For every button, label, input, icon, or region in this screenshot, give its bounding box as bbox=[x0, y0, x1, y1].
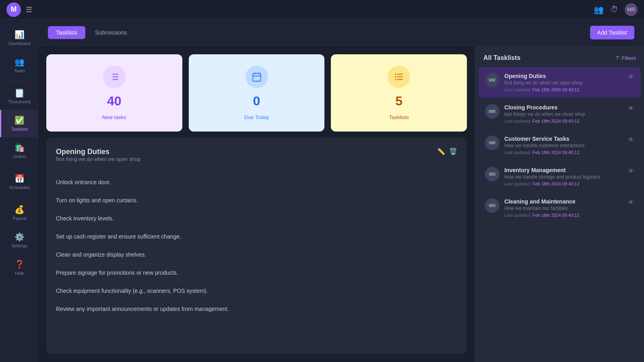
left-panel: 40 New tasks 0 Due Today bbox=[38, 46, 475, 362]
task-item: Review any important announcements or up… bbox=[56, 300, 457, 318]
task-item: Check equipment functionality (e.g., sca… bbox=[56, 282, 457, 300]
help-icon: ❓ bbox=[14, 259, 25, 269]
task-actions: ✏️ 🗑️ bbox=[437, 148, 457, 155]
stats-row: 40 New tasks 0 Due Today bbox=[46, 54, 467, 132]
main-content: Tasklists Submissions Add Tasklist 40 bbox=[38, 19, 644, 362]
tasklist-item-opening-duties[interactable]: MR Opening Duties first thing we do when… bbox=[479, 67, 641, 98]
tl-eye-icon-cleaning-maintenance[interactable]: 👁 bbox=[628, 199, 634, 206]
due-today-label: Due Today bbox=[244, 114, 269, 120]
sidebar-label-payroll: Payroll bbox=[13, 216, 27, 221]
tasklists-stat-label: Tasklists bbox=[389, 114, 409, 120]
task-detail-card: Opening Duties first thing we do when we… bbox=[46, 138, 467, 354]
due-today-number: 0 bbox=[253, 94, 260, 109]
sidebar-item-settings[interactable]: ⚙️ Settings bbox=[0, 226, 38, 254]
sidebar: 📊 Dashboard 👥 Team 🗒️ Timesheets ✅ Taskl… bbox=[0, 0, 38, 362]
tl-name-inventory-management: Inventory Management bbox=[504, 167, 623, 173]
sidebar-item-orders[interactable]: 🛍️ Orders bbox=[0, 137, 38, 165]
filters-label: Filters bbox=[622, 55, 636, 61]
tl-updated-customer-service: Last updated: Feb 18th 2024 09:40:12 bbox=[504, 150, 623, 155]
sidebar-item-schedules[interactable]: 📅 Schedules bbox=[0, 168, 38, 195]
tasklist-item-closing-procedures[interactable]: MR Closing Procedures last things we do … bbox=[479, 99, 641, 129]
sidebar-divider-2 bbox=[8, 166, 30, 167]
tl-eye-icon-closing-procedures[interactable]: 👁 bbox=[628, 105, 634, 112]
sidebar-item-team[interactable]: 👥 Team bbox=[0, 51, 38, 79]
stat-card-tasklists: 5 Tasklists bbox=[331, 54, 467, 132]
tasklists-icon: ✅ bbox=[14, 115, 25, 125]
user-avatar[interactable]: MR bbox=[625, 3, 638, 16]
tasklist-item-cleaning-maintenance[interactable]: MR Cleaning and Maintenance How we maint… bbox=[479, 193, 641, 223]
new-tasks-icon-circle bbox=[103, 66, 126, 88]
delete-task-button[interactable]: 🗑️ bbox=[449, 148, 457, 155]
add-tasklist-button[interactable]: Add Tasklist bbox=[590, 26, 634, 39]
stat-card-new-tasks: 40 New tasks bbox=[46, 54, 182, 132]
tl-name-cleaning-maintenance: Cleaning and Maintenance bbox=[504, 198, 623, 205]
tl-eye-icon-customer-service[interactable]: 👁 bbox=[628, 136, 634, 144]
tab-submissions[interactable]: Submissions bbox=[87, 26, 135, 39]
task-item: Check inventory levels. bbox=[56, 210, 457, 228]
sidebar-label-schedules: Schedules bbox=[9, 185, 30, 190]
sidebar-divider-1 bbox=[8, 80, 30, 81]
tl-info-cleaning-maintenance: Cleaning and Maintenance How we maintain… bbox=[504, 198, 623, 218]
sidebar-label-orders: Orders bbox=[13, 154, 27, 159]
tl-avatar-customer-service: MR bbox=[485, 136, 500, 150]
stat-card-due-today: 0 Due Today bbox=[189, 54, 325, 132]
content-header: Tasklists Submissions Add Tasklist bbox=[38, 19, 644, 46]
hamburger-menu[interactable]: ☰ bbox=[26, 5, 32, 14]
task-item: Turn on lights and open curtains. bbox=[56, 191, 457, 210]
app-logo[interactable]: M bbox=[6, 2, 21, 17]
task-detail-subtitle: first thing we do when we open shop bbox=[56, 156, 140, 162]
tl-avatar-inventory-management: MR bbox=[485, 167, 500, 181]
new-tasks-number: 40 bbox=[107, 94, 122, 109]
tl-updated-closing-procedures: Last updated: Feb 18th 2024 09:40:12 bbox=[504, 119, 623, 123]
task-detail-title: Opening Duties bbox=[56, 148, 140, 156]
sidebar-item-dashboard[interactable]: 📊 Dashboard bbox=[0, 24, 38, 51]
tl-desc-customer-service: How we handle customer interactions bbox=[504, 143, 623, 148]
tl-avatar-cleaning-maintenance: MR bbox=[485, 198, 500, 213]
tl-name-closing-procedures: Closing Procedures bbox=[504, 104, 623, 111]
tl-updated-cleaning-maintenance: Last updated: Feb 18th 2024 09:40:12 bbox=[504, 213, 623, 218]
tl-eye-icon-inventory-management[interactable]: 👁 bbox=[628, 168, 634, 175]
tl-desc-cleaning-maintenance: How we maintain our facilities bbox=[504, 206, 623, 211]
sidebar-item-timesheets[interactable]: 🗒️ Timesheets bbox=[0, 82, 38, 110]
tl-avatar-opening-duties: MR bbox=[485, 73, 500, 87]
task-item: Set up cash register and ensure sufficie… bbox=[56, 228, 457, 246]
tl-desc-inventory-management: How we handle storage and product logist… bbox=[504, 174, 623, 180]
body-area: 40 New tasks 0 Due Today bbox=[38, 46, 644, 362]
task-item: Clean and organize display shelves. bbox=[56, 246, 457, 264]
users-icon[interactable]: 👥 bbox=[594, 5, 604, 14]
timer-icon[interactable]: ⏱ bbox=[610, 5, 618, 14]
task-item: Unlock entrance door. bbox=[56, 173, 457, 191]
edit-task-button[interactable]: ✏️ bbox=[437, 148, 445, 155]
schedules-icon: 📅 bbox=[14, 174, 25, 183]
sidebar-item-payroll[interactable]: 💰 Payroll bbox=[0, 199, 38, 226]
top-bar: M ☰ 👥 ⏱ MR bbox=[0, 0, 644, 19]
task-detail-title-group: Opening Duties first thing we do when we… bbox=[56, 148, 140, 170]
tasklists-stat-number: 5 bbox=[395, 94, 402, 109]
sidebar-item-tasklists[interactable]: ✅ Tasklists bbox=[0, 110, 38, 137]
tasklist-item-customer-service[interactable]: MR Customer Service Tasks How we handle … bbox=[479, 130, 641, 160]
right-panel-header: All Tasklists Filters bbox=[475, 46, 644, 66]
tl-desc-opening-duties: first thing we do when we open shop bbox=[504, 80, 623, 86]
sidebar-label-settings: Settings bbox=[12, 243, 28, 248]
tl-name-customer-service: Customer Service Tasks bbox=[504, 136, 623, 142]
tl-info-customer-service: Customer Service Tasks How we handle cus… bbox=[504, 136, 623, 155]
top-bar-right: 👥 ⏱ MR bbox=[594, 3, 638, 16]
tab-group: Tasklists Submissions bbox=[48, 26, 135, 39]
tl-info-inventory-management: Inventory Management How we handle stora… bbox=[504, 167, 623, 186]
dashboard-icon: 📊 bbox=[14, 30, 25, 39]
sidebar-label-help: Help bbox=[15, 271, 24, 276]
filters-button[interactable]: Filters bbox=[615, 55, 636, 61]
tasklist-items-list: MR Opening Duties first thing we do when… bbox=[475, 66, 644, 224]
sidebar-item-help[interactable]: ❓ Help bbox=[0, 254, 38, 281]
tasklist-item-inventory-management[interactable]: MR Inventory Management How we handle st… bbox=[479, 161, 641, 192]
tl-info-closing-procedures: Closing Procedures last things we do whe… bbox=[504, 104, 623, 123]
sidebar-label-tasklists: Tasklists bbox=[11, 127, 28, 132]
tl-eye-icon-opening-duties[interactable]: 👁 bbox=[628, 74, 634, 81]
tl-info-opening-duties: Opening Duties first thing we do when we… bbox=[504, 73, 623, 92]
task-items-list: Unlock entrance door.Turn on lights and … bbox=[56, 173, 457, 318]
team-icon: 👥 bbox=[14, 57, 25, 67]
top-bar-left: M ☰ bbox=[6, 2, 32, 17]
tab-tasklists[interactable]: Tasklists bbox=[48, 26, 85, 39]
due-today-icon-circle bbox=[246, 66, 268, 88]
sidebar-label-team: Team bbox=[14, 68, 25, 73]
